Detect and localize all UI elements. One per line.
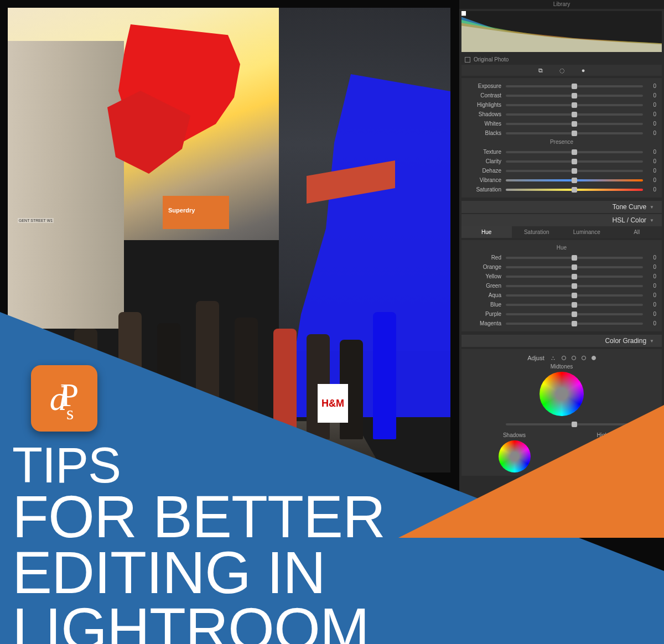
mask-tool-icon[interactable]: ● xyxy=(582,67,585,74)
cg-midtones-luminance-slider[interactable] xyxy=(506,423,643,425)
hue-yellow-row: Yellow 0 xyxy=(467,272,656,281)
histogram[interactable] xyxy=(461,11,662,52)
shadows-slider[interactable] xyxy=(506,113,643,116)
shadows-value: 0 xyxy=(647,111,656,117)
headline-line-3: EDITING IN LIGHTROOM xyxy=(12,544,664,644)
shopping-bag: H&M xyxy=(318,384,348,423)
saturation-label: Saturation xyxy=(467,186,501,193)
whites-value: 0 xyxy=(647,121,656,127)
dps-logo: dPs xyxy=(31,365,97,432)
cg-midtones-wheel[interactable] xyxy=(540,372,584,416)
hue-magenta-label: Magenta xyxy=(467,320,501,326)
hue-yellow-label: Yellow xyxy=(467,273,501,279)
exposure-row: Exposure 0 xyxy=(467,81,656,91)
hue-yellow-slider[interactable] xyxy=(506,276,643,278)
contrast-slider[interactable] xyxy=(506,95,643,97)
color-grading-header[interactable]: Color Grading▼ xyxy=(461,335,662,347)
hue-green-row: Green 0 xyxy=(467,281,656,290)
texture-row: Texture 0 xyxy=(467,147,656,157)
hue-magenta-slider[interactable] xyxy=(506,323,643,325)
hue-red-row: Red 0 xyxy=(467,253,656,262)
hue-purple-slider[interactable] xyxy=(506,313,643,315)
saturation-slider[interactable] xyxy=(506,189,643,191)
module-tab[interactable]: Library xyxy=(459,0,664,9)
hue-purple-value: 0 xyxy=(647,311,656,317)
texture-slider[interactable] xyxy=(506,151,643,153)
exposure-value: 0 xyxy=(647,83,656,89)
hsl-tab-hue[interactable]: Hue xyxy=(461,226,512,238)
contrast-row: Contrast 0 xyxy=(467,91,656,100)
whites-slider[interactable] xyxy=(506,123,643,125)
hue-red-value: 0 xyxy=(647,255,656,261)
highlights-value: 0 xyxy=(647,102,656,108)
heal-tool-icon[interactable]: ◌ xyxy=(559,67,565,74)
shadows-row: Shadows 0 xyxy=(467,110,656,119)
cg-shadows-label: Shadows xyxy=(503,432,526,438)
cg-global-dot[interactable] xyxy=(592,356,596,360)
highlights-row: Highlights 0 xyxy=(467,100,656,110)
blacks-row: Blacks 0 xyxy=(467,128,656,138)
cg-three-way-icon[interactable]: ⛬ xyxy=(550,355,556,361)
saturation-value: 0 xyxy=(647,186,656,193)
cg-midtones-dot[interactable] xyxy=(572,356,576,360)
original-photo-toggle[interactable]: Original Photo xyxy=(459,54,664,65)
local-tools: ⧉ ◌ ● xyxy=(461,65,662,76)
blacks-label: Blacks xyxy=(467,130,501,136)
clarity-slider[interactable] xyxy=(506,160,643,163)
basic-panel: Exposure 0 Contrast 0 Highlights 0 Shado… xyxy=(461,78,662,198)
cg-highlights-dot[interactable] xyxy=(582,356,586,360)
store-banner: Superdry xyxy=(168,207,195,214)
hue-purple-label: Purple xyxy=(467,311,501,317)
dehaze-slider[interactable] xyxy=(506,170,643,172)
hue-blue-value: 0 xyxy=(647,302,656,308)
hsl-tabs: HueSaturationLuminanceAll xyxy=(461,226,662,238)
hue-orange-row: Orange 0 xyxy=(467,262,656,272)
hue-red-slider[interactable] xyxy=(506,257,643,259)
presence-header: Presence xyxy=(467,139,656,145)
contrast-value: 0 xyxy=(647,92,656,98)
shadows-label: Shadows xyxy=(467,111,501,117)
crop-tool-icon[interactable]: ⧉ xyxy=(538,67,543,74)
hue-magenta-value: 0 xyxy=(647,320,656,326)
cg-shadows-dot[interactable] xyxy=(562,356,566,360)
dehaze-label: Dehaze xyxy=(467,168,501,174)
hsl-header[interactable]: HSL / Color▼ xyxy=(461,214,662,226)
article-headline: TIPS FOR BETTER EDITING IN LIGHTROOM xyxy=(12,443,664,644)
hue-green-value: 0 xyxy=(647,283,656,289)
blacks-slider[interactable] xyxy=(506,132,643,134)
hue-orange-slider[interactable] xyxy=(506,266,643,268)
hue-green-slider[interactable] xyxy=(506,285,643,287)
hue-magenta-row: Magenta 0 xyxy=(467,319,656,328)
hue-blue-label: Blue xyxy=(467,302,501,308)
hue-aqua-label: Aqua xyxy=(467,292,501,298)
hue-blue-row: Blue 0 xyxy=(467,300,656,309)
hue-aqua-row: Aqua 0 xyxy=(467,290,656,300)
hsl-tab-saturation[interactable]: Saturation xyxy=(512,226,562,238)
texture-label: Texture xyxy=(467,149,501,155)
hue-aqua-slider[interactable] xyxy=(506,294,643,297)
dehaze-row: Dehaze 0 xyxy=(467,166,656,175)
hsl-tab-luminance[interactable]: Luminance xyxy=(562,226,612,238)
street-sign: GENT STREET W1 xyxy=(18,218,54,223)
highlights-label: Highlights xyxy=(467,102,501,108)
vibrance-value: 0 xyxy=(647,177,656,183)
hue-aqua-value: 0 xyxy=(647,292,656,298)
headline-line-2: FOR BETTER xyxy=(12,489,664,545)
highlights-slider[interactable] xyxy=(506,104,643,106)
tone-curve-header[interactable]: Tone Curve▼ xyxy=(461,201,662,213)
whites-row: Whites 0 xyxy=(467,119,656,128)
hue-header: Hue xyxy=(467,245,656,251)
vibrance-row: Vibrance 0 xyxy=(467,175,656,185)
hue-red-label: Red xyxy=(467,255,501,261)
hue-orange-label: Orange xyxy=(467,264,501,270)
texture-value: 0 xyxy=(647,149,656,155)
dehaze-value: 0 xyxy=(647,168,656,174)
vibrance-label: Vibrance xyxy=(467,177,501,183)
hue-blue-slider[interactable] xyxy=(506,304,643,306)
cg-adjust-row: Adjust ⛬ xyxy=(467,352,656,363)
hue-green-label: Green xyxy=(467,283,501,289)
hsl-tab-all[interactable]: All xyxy=(612,226,662,238)
exposure-label: Exposure xyxy=(467,83,501,89)
vibrance-slider[interactable] xyxy=(506,179,643,181)
exposure-slider[interactable] xyxy=(506,85,643,87)
